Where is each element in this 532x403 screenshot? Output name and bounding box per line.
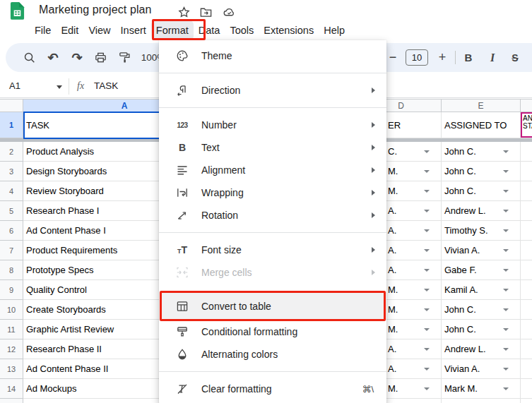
column-header-E[interactable]: E xyxy=(442,99,521,112)
dropdown-icon[interactable] xyxy=(503,368,509,371)
dropdown-icon[interactable] xyxy=(503,387,509,390)
cell-empty[interactable] xyxy=(521,162,532,181)
dropdown-icon[interactable] xyxy=(424,150,430,153)
cell-empty[interactable] xyxy=(442,399,521,403)
dropdown-icon[interactable] xyxy=(424,249,430,252)
cell-empty[interactable] xyxy=(521,142,532,162)
cell-empty[interactable] xyxy=(521,241,532,260)
menu-item-wrapping[interactable]: Wrapping xyxy=(159,181,386,204)
menu-item-alternating-colors[interactable]: Alternating colors xyxy=(159,343,386,366)
row-header-14[interactable]: 14 xyxy=(0,379,23,399)
row-header-4[interactable]: 4 xyxy=(0,181,23,201)
row-header-10[interactable]: 10 xyxy=(0,300,23,320)
row-header-7[interactable]: 7 xyxy=(0,241,23,260)
decrease-font-size-button[interactable]: − xyxy=(386,43,400,72)
menu-insert[interactable]: Insert xyxy=(116,20,151,40)
dropdown-icon[interactable] xyxy=(503,269,509,272)
dropdown-icon[interactable] xyxy=(424,210,430,212)
star-icon[interactable] xyxy=(177,6,191,19)
dropdown-icon[interactable] xyxy=(424,328,430,331)
formula-input[interactable]: TASK xyxy=(94,80,118,91)
name-box-caret-icon[interactable] xyxy=(57,85,62,89)
print-icon[interactable] xyxy=(93,43,108,72)
cell-assigned[interactable]: Vivian A. xyxy=(442,359,521,379)
dropdown-icon[interactable] xyxy=(503,308,509,311)
row-header-11[interactable]: 11 xyxy=(0,320,23,339)
column-header-hidden[interactable] xyxy=(521,99,532,112)
menu-item-rotation[interactable]: Rotation xyxy=(159,204,386,227)
dropdown-icon[interactable] xyxy=(424,190,430,193)
dropdown-icon[interactable] xyxy=(424,229,430,232)
dropdown-icon[interactable] xyxy=(424,348,430,351)
menu-tools[interactable]: Tools xyxy=(225,20,259,40)
menu-help[interactable]: Help xyxy=(319,20,350,40)
cell-empty[interactable] xyxy=(521,181,532,201)
row-header-1[interactable]: 1 xyxy=(0,112,23,138)
redo-icon[interactable]: ↷ xyxy=(69,43,85,72)
dropdown-icon[interactable] xyxy=(424,387,430,390)
undo-icon[interactable]: ↶ xyxy=(45,43,61,72)
cell-assigned[interactable]: John C. xyxy=(442,162,521,181)
cell-assigned[interactable]: Timothy S. xyxy=(442,221,521,241)
dropdown-icon[interactable] xyxy=(424,289,430,291)
move-folder-icon[interactable] xyxy=(199,6,213,19)
search-icon[interactable] xyxy=(21,43,37,72)
dropdown-icon[interactable] xyxy=(503,328,509,331)
cell-empty[interactable] xyxy=(521,359,532,379)
menu-edit[interactable]: Edit xyxy=(56,20,83,40)
cell-assigned[interactable]: Gabe F. xyxy=(442,260,521,280)
dropdown-icon[interactable] xyxy=(424,368,430,371)
menu-item-direction[interactable]: Direction xyxy=(159,79,386,102)
dropdown-icon[interactable] xyxy=(503,190,509,193)
name-box[interactable]: A1 xyxy=(9,80,20,91)
dropdown-icon[interactable] xyxy=(503,170,509,173)
row-header-3[interactable]: 3 xyxy=(0,162,23,181)
menu-item-number[interactable]: 123Number xyxy=(159,114,386,136)
cell-empty[interactable] xyxy=(521,201,532,221)
cell-assigned[interactable]: Andrew L. xyxy=(442,339,521,359)
dropdown-icon[interactable] xyxy=(424,170,430,173)
font-size-box[interactable]: 10 xyxy=(406,49,428,66)
cell-empty[interactable] xyxy=(521,280,532,300)
menu-extensions[interactable]: Extensions xyxy=(259,20,319,40)
dropdown-icon[interactable] xyxy=(503,249,509,252)
paint-format-icon[interactable] xyxy=(117,43,132,72)
row-header-partial[interactable] xyxy=(0,399,23,403)
dropdown-icon[interactable] xyxy=(503,229,509,232)
menu-item-text[interactable]: BText xyxy=(159,136,386,159)
cell-empty[interactable] xyxy=(521,379,532,399)
cell-assigned[interactable]: Kamil A. xyxy=(442,280,521,300)
dropdown-icon[interactable] xyxy=(424,269,430,272)
menu-format[interactable]: Format xyxy=(151,20,194,40)
cell-empty[interactable] xyxy=(521,221,532,241)
cell-assigned[interactable]: Mark M. xyxy=(442,379,521,399)
row-header-5[interactable]: 5 xyxy=(0,201,23,221)
document-title[interactable]: Marketing project plan xyxy=(39,4,152,16)
menu-item-clear-formatting[interactable]: Clear formatting⌘\ xyxy=(159,378,386,400)
menu-item-alignment[interactable]: Alignment xyxy=(159,159,386,181)
dropdown-icon[interactable] xyxy=(503,210,509,212)
cell-empty[interactable] xyxy=(521,260,532,280)
menu-item-font-size[interactable]: TTFont size xyxy=(159,239,386,261)
menu-view[interactable]: View xyxy=(83,20,115,40)
dropdown-icon[interactable] xyxy=(503,289,509,291)
row-header-8[interactable]: 8 xyxy=(0,260,23,280)
row-header-2[interactable]: 2 xyxy=(0,142,23,162)
row-header-12[interactable]: 12 xyxy=(0,339,23,359)
row-header-9[interactable]: 9 xyxy=(0,280,23,300)
dropdown-icon[interactable] xyxy=(503,150,509,153)
cell-assigned[interactable]: John C. xyxy=(442,181,521,201)
row-header-6[interactable]: 6 xyxy=(0,221,23,241)
dropdown-icon[interactable] xyxy=(424,308,430,311)
increase-font-size-button[interactable]: + xyxy=(435,43,449,72)
menu-file[interactable]: File xyxy=(30,20,56,40)
cell-assigned[interactable]: John C. xyxy=(442,300,521,320)
strikethrough-button[interactable]: S xyxy=(508,43,522,72)
menu-item-theme[interactable]: Theme xyxy=(159,44,386,67)
cell-f1[interactable]: AN STA xyxy=(521,112,532,138)
cell-e1[interactable]: ASSIGNED TO xyxy=(442,112,521,138)
bold-button[interactable]: B xyxy=(461,43,475,72)
dropdown-icon[interactable] xyxy=(503,348,509,351)
cell-assigned[interactable]: Andrew L. xyxy=(442,201,521,221)
cell-assigned[interactable]: John C. xyxy=(442,320,521,339)
